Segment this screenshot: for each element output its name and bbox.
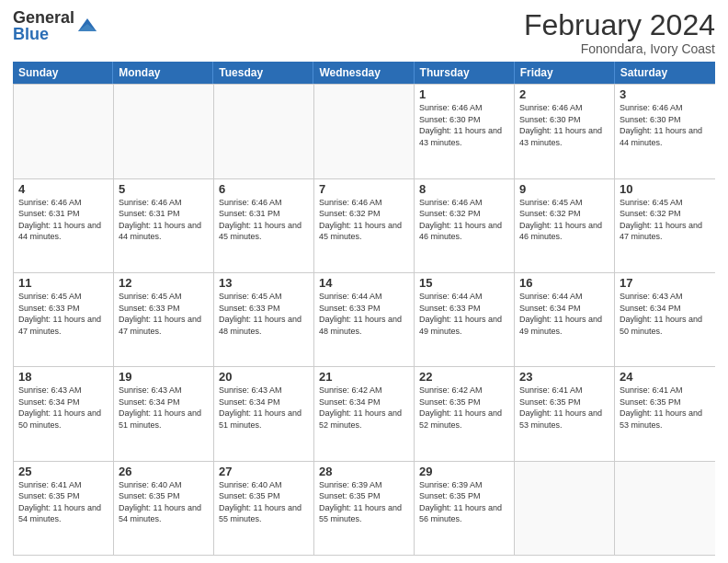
- day-number: 22: [419, 370, 509, 384]
- day-info: Sunrise: 6:43 AM Sunset: 6:34 PM Dayligh…: [219, 385, 309, 431]
- day-info: Sunrise: 6:42 AM Sunset: 6:35 PM Dayligh…: [419, 385, 509, 431]
- day-info: Sunrise: 6:46 AM Sunset: 6:32 PM Dayligh…: [319, 197, 409, 243]
- day-info: Sunrise: 6:46 AM Sunset: 6:32 PM Dayligh…: [419, 197, 509, 243]
- day-info: Sunrise: 6:46 AM Sunset: 6:31 PM Dayligh…: [119, 197, 209, 243]
- calendar-cell: [314, 85, 415, 178]
- calendar-cell: 8Sunrise: 6:46 AM Sunset: 6:32 PM Daylig…: [415, 179, 515, 272]
- day-number: 19: [119, 370, 209, 384]
- calendar-cell: 2Sunrise: 6:46 AM Sunset: 6:30 PM Daylig…: [515, 85, 615, 178]
- day-number: 2: [519, 87, 609, 101]
- calendar-cell: 4Sunrise: 6:46 AM Sunset: 6:31 PM Daylig…: [14, 179, 114, 272]
- day-info: Sunrise: 6:39 AM Sunset: 6:35 PM Dayligh…: [319, 479, 409, 525]
- subtitle: Fonondara, Ivory Coast: [524, 41, 715, 56]
- calendar-cell: 13Sunrise: 6:45 AM Sunset: 6:33 PM Dayli…: [214, 273, 314, 366]
- calendar-cell: [615, 462, 715, 555]
- calendar-cell: 28Sunrise: 6:39 AM Sunset: 6:35 PM Dayli…: [314, 462, 415, 555]
- day-number: 23: [519, 370, 609, 384]
- day-info: Sunrise: 6:43 AM Sunset: 6:34 PM Dayligh…: [620, 291, 711, 337]
- weekday-header: Thursday: [415, 62, 515, 84]
- day-info: Sunrise: 6:43 AM Sunset: 6:34 PM Dayligh…: [18, 385, 108, 431]
- day-number: 12: [119, 276, 209, 290]
- calendar-cell: 12Sunrise: 6:45 AM Sunset: 6:33 PM Dayli…: [114, 273, 214, 366]
- calendar-cell: 27Sunrise: 6:40 AM Sunset: 6:35 PM Dayli…: [214, 462, 314, 555]
- calendar-cell: 6Sunrise: 6:46 AM Sunset: 6:31 PM Daylig…: [214, 179, 314, 272]
- calendar-body: 1Sunrise: 6:46 AM Sunset: 6:30 PM Daylig…: [13, 84, 715, 556]
- main-title: February 2024: [524, 9, 715, 41]
- calendar-cell: 7Sunrise: 6:46 AM Sunset: 6:32 PM Daylig…: [314, 179, 415, 272]
- calendar-week: 25Sunrise: 6:41 AM Sunset: 6:35 PM Dayli…: [14, 461, 715, 555]
- day-info: Sunrise: 6:46 AM Sunset: 6:30 PM Dayligh…: [620, 102, 711, 148]
- calendar-week: 1Sunrise: 6:46 AM Sunset: 6:30 PM Daylig…: [14, 84, 715, 178]
- day-number: 16: [519, 276, 609, 290]
- day-number: 20: [219, 370, 309, 384]
- day-number: 5: [119, 182, 209, 196]
- calendar-cell: [214, 85, 314, 178]
- day-number: 6: [219, 182, 309, 196]
- day-info: Sunrise: 6:43 AM Sunset: 6:34 PM Dayligh…: [119, 385, 209, 431]
- day-number: 10: [620, 182, 711, 196]
- day-number: 26: [119, 465, 209, 478]
- calendar-week: 4Sunrise: 6:46 AM Sunset: 6:31 PM Daylig…: [14, 178, 715, 272]
- day-info: Sunrise: 6:46 AM Sunset: 6:31 PM Dayligh…: [18, 197, 108, 243]
- calendar-cell: 10Sunrise: 6:45 AM Sunset: 6:32 PM Dayli…: [615, 179, 715, 272]
- calendar-cell: 22Sunrise: 6:42 AM Sunset: 6:35 PM Dayli…: [415, 367, 515, 460]
- day-number: 28: [319, 465, 409, 478]
- calendar-cell: 14Sunrise: 6:44 AM Sunset: 6:33 PM Dayli…: [314, 273, 415, 366]
- calendar-cell: [14, 85, 114, 178]
- day-info: Sunrise: 6:45 AM Sunset: 6:32 PM Dayligh…: [519, 197, 609, 243]
- calendar-cell: 9Sunrise: 6:45 AM Sunset: 6:32 PM Daylig…: [515, 179, 615, 272]
- day-info: Sunrise: 6:46 AM Sunset: 6:30 PM Dayligh…: [419, 102, 509, 148]
- weekday-header: Tuesday: [213, 62, 313, 84]
- day-number: 29: [419, 465, 509, 478]
- day-number: 14: [319, 276, 409, 290]
- day-number: 9: [519, 182, 609, 196]
- day-info: Sunrise: 6:41 AM Sunset: 6:35 PM Dayligh…: [620, 385, 711, 431]
- day-info: Sunrise: 6:41 AM Sunset: 6:35 PM Dayligh…: [519, 385, 609, 431]
- logo: General Blue: [13, 9, 98, 42]
- calendar-cell: 16Sunrise: 6:44 AM Sunset: 6:34 PM Dayli…: [515, 273, 615, 366]
- day-number: 21: [319, 370, 409, 384]
- day-number: 13: [219, 276, 309, 290]
- calendar-cell: [114, 85, 214, 178]
- day-info: Sunrise: 6:45 AM Sunset: 6:33 PM Dayligh…: [119, 291, 209, 337]
- weekday-header: Monday: [113, 62, 213, 84]
- day-number: 24: [620, 370, 711, 384]
- day-info: Sunrise: 6:39 AM Sunset: 6:35 PM Dayligh…: [419, 479, 509, 525]
- title-block: February 2024 Fonondara, Ivory Coast: [524, 9, 715, 56]
- calendar-cell: 24Sunrise: 6:41 AM Sunset: 6:35 PM Dayli…: [615, 367, 715, 460]
- day-number: 1: [419, 87, 509, 101]
- day-number: 27: [219, 465, 309, 478]
- calendar-cell: 5Sunrise: 6:46 AM Sunset: 6:31 PM Daylig…: [114, 179, 214, 272]
- weekday-header: Saturday: [615, 62, 715, 84]
- day-info: Sunrise: 6:41 AM Sunset: 6:35 PM Dayligh…: [18, 479, 108, 525]
- day-number: 17: [620, 276, 711, 290]
- calendar-cell: 29Sunrise: 6:39 AM Sunset: 6:35 PM Dayli…: [415, 462, 515, 555]
- weekday-header: Friday: [515, 62, 615, 84]
- weekday-header: Sunday: [13, 62, 113, 84]
- day-info: Sunrise: 6:45 AM Sunset: 6:33 PM Dayligh…: [219, 291, 309, 337]
- day-info: Sunrise: 6:44 AM Sunset: 6:33 PM Dayligh…: [419, 291, 509, 337]
- calendar-cell: 21Sunrise: 6:42 AM Sunset: 6:34 PM Dayli…: [314, 367, 415, 460]
- calendar: SundayMondayTuesdayWednesdayThursdayFrid…: [13, 62, 715, 556]
- day-info: Sunrise: 6:40 AM Sunset: 6:35 PM Dayligh…: [219, 479, 309, 525]
- calendar-cell: 19Sunrise: 6:43 AM Sunset: 6:34 PM Dayli…: [114, 367, 214, 460]
- calendar-cell: 23Sunrise: 6:41 AM Sunset: 6:35 PM Dayli…: [515, 367, 615, 460]
- logo-general: General: [13, 9, 74, 26]
- day-info: Sunrise: 6:40 AM Sunset: 6:35 PM Dayligh…: [119, 479, 209, 525]
- day-info: Sunrise: 6:45 AM Sunset: 6:33 PM Dayligh…: [18, 291, 108, 337]
- page: General Blue February 2024 Fonondara, Iv…: [0, 0, 728, 563]
- calendar-cell: 20Sunrise: 6:43 AM Sunset: 6:34 PM Dayli…: [214, 367, 314, 460]
- day-info: Sunrise: 6:42 AM Sunset: 6:34 PM Dayligh…: [319, 385, 409, 431]
- calendar-cell: 11Sunrise: 6:45 AM Sunset: 6:33 PM Dayli…: [14, 273, 114, 366]
- day-number: 25: [18, 465, 108, 478]
- logo-text: General Blue: [13, 9, 74, 42]
- day-number: 15: [419, 276, 509, 290]
- calendar-cell: 3Sunrise: 6:46 AM Sunset: 6:30 PM Daylig…: [615, 85, 715, 178]
- calendar-cell: 1Sunrise: 6:46 AM Sunset: 6:30 PM Daylig…: [415, 85, 515, 178]
- day-number: 3: [620, 87, 711, 101]
- logo-blue: Blue: [13, 26, 74, 42]
- header: General Blue February 2024 Fonondara, Iv…: [13, 9, 715, 56]
- day-number: 18: [18, 370, 108, 384]
- day-number: 4: [18, 182, 108, 196]
- weekday-header: Wednesday: [313, 62, 414, 84]
